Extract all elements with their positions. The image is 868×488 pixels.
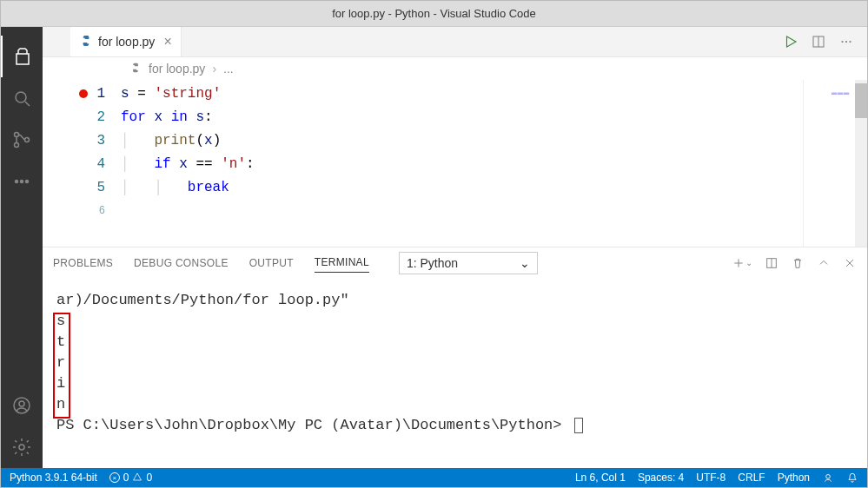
status-indentation[interactable]: Spaces: 4 [638, 472, 684, 484]
terminal-selector-label: 1: Python [407, 256, 458, 270]
gutter: 1 2 3 4 5 6 [43, 80, 121, 247]
window-title: for loop.py - Python - Visual Studio Cod… [332, 7, 536, 20]
activity-bar [1, 27, 43, 468]
main-area: for loop.py × for loop.py › ... [1, 27, 867, 468]
status-language[interactable]: Python [778, 472, 810, 484]
python-file-icon [79, 34, 93, 50]
status-problems[interactable]: ×0 0 [109, 472, 152, 485]
chevron-down-icon: ⌄ [520, 256, 530, 270]
more-icon[interactable] [1, 161, 43, 202]
terminal-output[interactable]: ar)/Documents/Python/for loop.py" s t r … [43, 278, 867, 468]
svg-point-9 [19, 445, 24, 450]
terminal-prompt: PS C:\Users\John\Dropbox\My PC (Avatar)\… [56, 415, 853, 436]
panel-actions: ⌄ [732, 256, 857, 270]
vertical-scrollbar[interactable] [855, 80, 867, 247]
split-terminal-icon[interactable] [765, 256, 779, 270]
terminal-line: n [56, 394, 853, 415]
svg-point-13 [849, 41, 851, 43]
svg-point-15 [826, 475, 831, 479]
explorer-icon[interactable] [1, 36, 43, 77]
code-body[interactable]: s = 'string' for x in s: │ print(x) │ if… [121, 80, 803, 247]
warning-icon [132, 472, 142, 485]
svg-point-12 [845, 41, 847, 43]
breadcrumb-file: for loop.py [149, 62, 205, 76]
source-control-icon[interactable] [1, 119, 43, 161]
editor-area: for loop.py × for loop.py › ... [43, 27, 867, 468]
svg-point-0 [16, 92, 26, 102]
window-title-bar: for loop.py - Python - Visual Studio Cod… [1, 1, 867, 27]
split-editor-icon[interactable] [810, 33, 827, 50]
svg-point-6 [26, 181, 29, 183]
terminal-line: i [56, 373, 853, 394]
error-icon: × [109, 472, 120, 483]
breadcrumb-more: ... [223, 62, 234, 76]
breakpoint-icon[interactable] [79, 89, 88, 98]
tab-terminal[interactable]: TERMINAL [315, 256, 369, 273]
chevron-right-icon: › [212, 62, 216, 76]
svg-point-4 [16, 181, 18, 183]
new-terminal-icon[interactable]: ⌄ [732, 256, 752, 270]
status-feedback-icon[interactable] [822, 472, 834, 484]
tab-label: for loop.py [98, 35, 155, 49]
accounts-icon[interactable] [1, 385, 43, 426]
line-number: 1 [43, 82, 121, 105]
terminal-cursor [574, 418, 583, 433]
terminal-line: ar)/Documents/Python/for loop.py" [56, 290, 853, 311]
kill-terminal-icon[interactable] [791, 256, 805, 270]
tab-problems[interactable]: PROBLEMS [53, 257, 113, 269]
line-number: 5 [43, 175, 121, 199]
terminal-line: s [56, 311, 853, 332]
terminal-selector[interactable]: 1: Python ⌄ [399, 252, 538, 274]
status-cursor-position[interactable]: Ln 6, Col 1 [575, 472, 626, 484]
status-encoding[interactable]: UTF-8 [696, 472, 726, 484]
line-number: 4 [43, 152, 121, 175]
editor-actions [782, 27, 867, 56]
status-bar: Python 3.9.1 64-bit ×0 0 Ln 6, Col 1 Spa… [1, 468, 867, 487]
minimap[interactable]: ▂▂▂ [803, 80, 855, 247]
more-actions-icon[interactable] [838, 33, 855, 50]
python-file-icon [129, 62, 142, 76]
svg-point-8 [19, 401, 24, 406]
svg-point-2 [15, 143, 19, 148]
line-number: 3 [43, 129, 121, 152]
status-eol[interactable]: CRLF [738, 472, 765, 484]
code-editor[interactable]: 1 2 3 4 5 6 s = 'string' for x in s: │ p… [43, 80, 867, 247]
line-number: 6 [43, 199, 121, 222]
search-icon[interactable] [1, 77, 43, 119]
svg-point-3 [25, 138, 30, 142]
svg-point-11 [841, 41, 843, 43]
editor-tab[interactable]: for loop.py × [70, 27, 182, 56]
run-icon[interactable] [782, 33, 799, 50]
tab-bar: for loop.py × [43, 27, 867, 57]
tab-output[interactable]: OUTPUT [249, 257, 294, 269]
settings-gear-icon[interactable] [1, 426, 43, 468]
close-panel-icon[interactable] [843, 256, 857, 270]
svg-point-1 [15, 133, 19, 137]
status-python-version[interactable]: Python 3.9.1 64-bit [10, 472, 97, 484]
tab-debug-console[interactable]: DEBUG CONSOLE [134, 257, 229, 269]
status-notifications-icon[interactable] [846, 472, 858, 484]
svg-point-5 [21, 181, 23, 183]
terminal-line: t [56, 332, 853, 353]
terminal-line: r [56, 353, 853, 373]
maximize-panel-icon[interactable] [817, 256, 831, 270]
breadcrumb[interactable]: for loop.py › ... [43, 57, 867, 80]
tab-close-icon[interactable]: × [163, 34, 171, 49]
line-number: 2 [43, 105, 121, 129]
panel-tabs: PROBLEMS DEBUG CONSOLE OUTPUT TERMINAL 1… [43, 247, 867, 278]
bottom-panel: PROBLEMS DEBUG CONSOLE OUTPUT TERMINAL 1… [43, 247, 867, 468]
